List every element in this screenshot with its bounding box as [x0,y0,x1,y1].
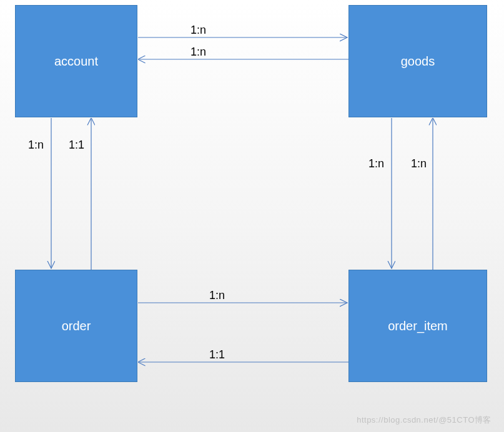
entity-goods-label: goods [401,54,435,69]
rel-account-order-right: 1:1 [69,139,84,152]
entity-order-label: order [62,319,91,333]
rel-order-item-bottom: 1:1 [209,348,225,361]
entity-order-item: order_item [348,270,487,382]
entity-order-item-label: order_item [388,319,448,333]
entity-account: account [15,5,137,117]
rel-account-goods-top: 1:n [190,24,206,37]
rel-account-goods-bottom: 1:n [190,46,206,59]
entity-order: order [15,270,137,382]
watermark-text: https://blog.csdn.net/@51CTO博客 [357,415,492,426]
rel-account-order-left: 1:n [28,139,44,152]
rel-goods-item-right: 1:n [411,157,427,170]
entity-account-label: account [54,54,98,69]
entity-goods: goods [348,5,487,117]
rel-order-item-top: 1:n [209,289,225,302]
rel-goods-item-left: 1:n [368,157,384,170]
